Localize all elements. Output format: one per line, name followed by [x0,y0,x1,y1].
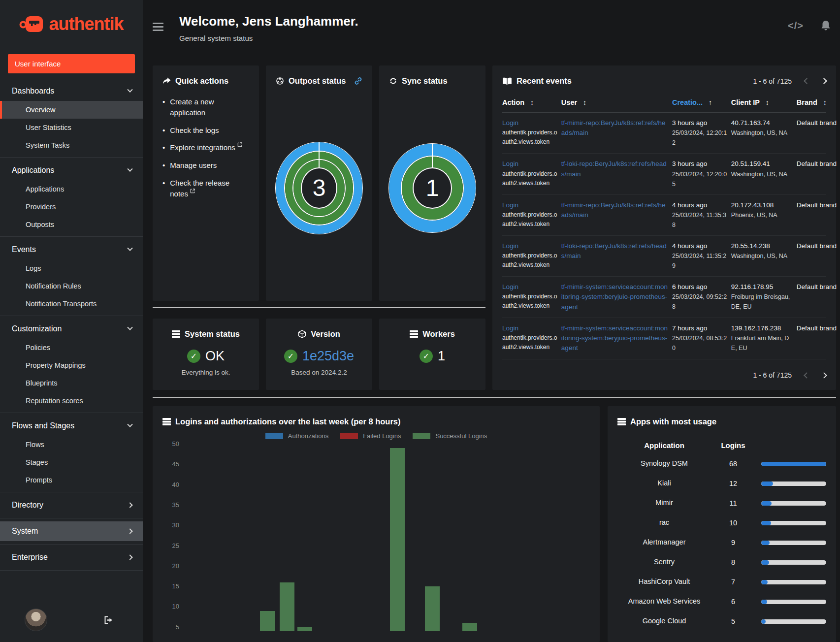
sort-icon[interactable]: ↕ [583,98,586,106]
api-code-icon[interactable]: </> [788,20,804,32]
sidebar-item-overview[interactable]: Overview [0,101,143,119]
sidebar-item-providers[interactable]: Providers [0,198,143,216]
chevron-down-icon [127,422,132,427]
version-card: Version ✓ 1e25d3e Based on 2024.2.2 [266,319,372,390]
event-user-link[interactable]: tf-mimir-repo:BeryJu/k8s:ref:refs/heads/… [561,201,666,219]
sync-status-value: 1 [414,168,451,208]
sidebar-section-directory[interactable]: Directory [0,495,143,515]
events-column-user[interactable]: User↕ [561,98,668,106]
events-column-creatio[interactable]: Creatio...↑ [672,98,727,106]
system-status-note: Everything is ok. [181,369,230,376]
sidebar-item-system-tasks[interactable]: System Tasks [0,136,143,154]
sidebar-item-user-statistics[interactable]: User Statistics [0,119,143,136]
check-circle-icon: ✓ [187,350,200,363]
event-user-link[interactable]: tf-loki-repo:BeryJu/k8s:ref:refs/heads/m… [561,242,667,259]
outpost-status-title: Outpost status [289,76,346,86]
sidebar-item-notification-transports[interactable]: Notification Transports [0,295,143,313]
y-axis-tick: 30 [162,521,179,529]
events-table-body: Loginauthentik.providers.oauth2.views.to… [502,113,826,359]
bullet-icon: • [162,96,165,118]
progressbar-fill [761,541,770,545]
event-row: Loginauthentik.providers.oauth2.views.to… [502,195,826,236]
event-row: Loginauthentik.providers.oauth2.views.to… [502,277,826,318]
sidebar-section-customization[interactable]: Customization [0,319,143,339]
chevron-down-icon [127,166,132,172]
sidebar-section-dashboards[interactable]: Dashboards [0,81,143,101]
share-arrow-icon [162,77,171,85]
sidebar-section-events[interactable]: Events [0,240,143,259]
sidebar-section-applications[interactable]: Applications [0,160,143,180]
sidebar-item-property-mappings[interactable]: Property Mappings [0,356,143,374]
user-interface-button[interactable]: User interface [8,54,135,73]
sort-icon[interactable]: ↕ [530,98,534,106]
pagination-prev-icon[interactable] [804,78,810,84]
apps-table-header: Application Logins [617,436,826,454]
quick-action-check-the-release-notes[interactable]: •Check the release notes [162,178,249,199]
sync-icon [389,77,397,85]
event-client-ip: 20.55.14.238 [731,241,793,251]
authentik-admin-app: authentik User interface DashboardsOverv… [0,0,840,642]
logout-icon[interactable] [104,616,113,624]
version-value-link[interactable]: 1e25d3e [302,349,354,364]
sidebar-section-label: Directory [12,501,43,510]
sidebar-item-policies[interactable]: Policies [0,339,143,356]
sort-icon[interactable]: ↕ [823,98,827,106]
app-usage-progressbar [761,541,826,545]
event-action-link[interactable]: Login [502,324,518,332]
quick-action-label: Check the logs [170,125,219,136]
sidebar-item-flows[interactable]: Flows [0,436,143,453]
sort-icon[interactable]: ↕ [766,98,769,106]
hamburger-menu-icon[interactable] [153,21,163,33]
quick-action-label: Create a new application [170,96,249,118]
sidebar-item-blueprints[interactable]: Blueprints [0,374,143,392]
app-usage-progressbar [761,560,826,565]
app-name: Synology DSM [617,458,711,469]
event-user-link[interactable]: tf-mimir-system:serviceaccount:monitorin… [561,283,668,311]
event-user-link[interactable]: tf-mimir-system:serviceaccount:monitorin… [561,324,668,352]
event-action-link[interactable]: Login [502,242,518,250]
user-avatar[interactable] [25,609,47,631]
sidebar-section-system[interactable]: System [0,521,143,541]
sidebar-item-notification-rules[interactable]: Notification Rules [0,277,143,295]
event-action-link[interactable]: Login [502,283,518,290]
event-user-link[interactable]: tf-mimir-repo:BeryJu/k8s:ref:refs/heads/… [561,119,666,136]
events-column-client-ip[interactable]: Client IP↕ [731,98,793,106]
event-brand: Default brand [797,200,840,210]
events-column-action[interactable]: Action↕ [502,98,557,106]
outpost-link-icon[interactable] [354,77,362,85]
sidebar-item-applications[interactable]: Applications [0,180,143,198]
sidebar-item-outposts[interactable]: Outposts [0,216,143,233]
pagination-next-icon[interactable] [821,372,827,379]
app-usage-row: Alertmanager9 [617,533,826,552]
sidebar-item-logs[interactable]: Logs [0,259,143,277]
nav-section-dashboards: DashboardsOverviewUser StatisticsSystem … [0,78,143,158]
sidebar-section-enterprise[interactable]: Enterprise [0,547,143,567]
pagination-next-icon[interactable] [821,78,827,84]
apps-col-logins: Logins [711,441,755,449]
nav-section-applications: ApplicationsApplicationsProvidersOutpost… [0,158,143,237]
event-brand: Default brand [797,323,840,333]
event-user-link[interactable]: tf-loki-repo:BeryJu/k8s:ref:refs/heads/m… [561,160,667,177]
progressbar-fill [761,501,772,506]
nav-section-customization: CustomizationPoliciesProperty MappingsBl… [0,316,143,413]
sidebar-item-prompts[interactable]: Prompts [0,471,143,489]
notifications-bell-icon[interactable] [820,20,831,32]
sort-ascending-icon[interactable]: ↑ [709,98,712,106]
quick-action-label: Manage users [170,160,217,171]
event-action-link[interactable]: Login [502,119,518,127]
y-axis-tick: 45 [162,460,179,468]
quick-action-explore-integrations[interactable]: •Explore integrations [162,142,249,153]
quick-action-create-a-new-application[interactable]: •Create a new application [162,96,249,118]
event-action-link[interactable]: Login [502,160,518,167]
sidebar-item-reputation-scores[interactable]: Reputation scores [0,392,143,410]
event-action-link[interactable]: Login [502,201,518,209]
quick-action-check-the-logs[interactable]: •Check the logs [162,125,249,136]
app-name: Mimir [617,498,711,508]
sidebar-section-flows-and-stages[interactable]: Flows and Stages [0,416,143,436]
events-column-brand[interactable]: Brand↕ [797,98,840,106]
brand-logo[interactable]: authentik [0,0,143,45]
pagination-prev-icon[interactable] [804,372,810,379]
quick-action-manage-users[interactable]: •Manage users [162,160,249,171]
sidebar-item-stages[interactable]: Stages [0,453,143,471]
event-row: Loginauthentik.providers.oauth2.views.to… [502,113,826,154]
